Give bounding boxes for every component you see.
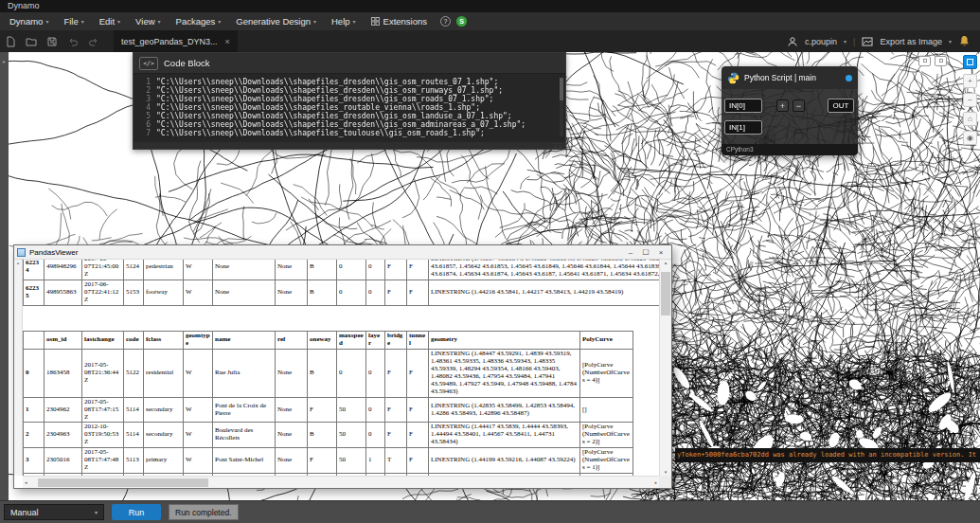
input-port-1[interactable]: IN[1] <box>724 120 762 135</box>
input-port-0[interactable]: IN[0] <box>724 99 762 113</box>
maximize-button[interactable]: ☐ <box>638 246 653 259</box>
table-cell: W <box>184 260 213 280</box>
menu-generative-design[interactable]: Generative Design▾ <box>228 12 324 30</box>
graph-view-icon[interactable] <box>918 56 931 66</box>
camera-export-icon[interactable] <box>935 56 947 66</box>
code-block-resize-handle[interactable]: ⋮⋮ <box>134 142 565 149</box>
table-row: 622344989482962017-06-07T21:45:00Z5124pe… <box>24 260 660 280</box>
user-icon <box>787 36 798 47</box>
zoom-fit-button[interactable]: ⌂ <box>963 112 977 126</box>
table-cell: 2017-05-08T21:36:44Z <box>82 349 124 397</box>
remove-input-button[interactable]: − <box>793 99 805 112</box>
tab-document[interactable]: test_geoPandas_DYN3... × <box>114 30 238 52</box>
menu-label: View <box>135 16 154 27</box>
menu-edit[interactable]: Edit▾ <box>92 12 128 30</box>
table-cell: F <box>407 280 429 305</box>
table-cell: LINESTRING (1.44417 43.5839, 1.4444 43.5… <box>429 423 580 448</box>
table-cell: 0 <box>366 349 385 397</box>
export-as-image[interactable]: Export as Image <box>880 37 942 46</box>
scroll-right-icon[interactable]: ▸ <box>654 479 657 485</box>
scroll-left-icon[interactable]: ◂ <box>25 479 27 485</box>
table-cell: F <box>385 280 407 305</box>
vertical-scrollbar[interactable]: ▴▾ <box>659 260 671 476</box>
zoom-in-button[interactable]: + <box>963 74 977 88</box>
table-cell: 2305016 <box>45 448 82 474</box>
table-cell: 50 <box>337 448 366 474</box>
help-info-icon[interactable]: ? <box>440 16 451 27</box>
zoom-out-button[interactable]: − <box>963 93 977 107</box>
export-image-icon <box>862 36 873 47</box>
menu-extensions[interactable]: Extensions <box>364 12 435 30</box>
python-engine-label[interactable]: CPython3 <box>722 144 858 155</box>
pandasviewer-window[interactable]: PandasViewer – ☐ × 622344989482962017-06… <box>13 244 672 489</box>
column-header: geomtype <box>184 331 213 349</box>
table-cell: F <box>308 397 337 423</box>
left-scroll-gutter[interactable]: ▴ <box>14 260 23 476</box>
column-header: PolyCurve <box>580 331 633 349</box>
table-row: 018634582017-05-08T21:36:44Z5122resident… <box>24 349 633 397</box>
table-cell: 50 <box>337 423 366 448</box>
chevron-down-icon: ▾ <box>844 38 846 45</box>
tab-close-icon[interactable]: × <box>225 37 230 46</box>
pandasviewer-title: PandasViewer <box>29 248 623 257</box>
output-port[interactable]: OUT <box>828 99 854 113</box>
chevron-down-icon: ▾ <box>45 18 48 25</box>
horizontal-scrollbar[interactable]: ◂ ▸ <box>23 476 659 488</box>
code-scrollbar[interactable] <box>560 78 563 136</box>
run-status: Run completed. <box>169 504 239 520</box>
open-folder-icon[interactable] <box>23 33 40 50</box>
code-block-editor[interactable]: 1"C:\\Users\\sneep\\Downloads\\shapefile… <box>134 74 565 142</box>
run-bar: Manual ▾ Run Run completed. <box>0 500 980 523</box>
new-file-icon[interactable] <box>2 33 19 50</box>
notification-bell-icon[interactable] <box>958 35 971 47</box>
table-cell: 1 <box>24 397 45 423</box>
minimize-button[interactable]: – <box>623 246 638 259</box>
close-button[interactable]: × <box>653 246 668 259</box>
menu-dynamo[interactable]: Dynamo▾ <box>2 12 56 30</box>
save-icon[interactable] <box>44 33 61 50</box>
menu-view[interactable]: View▾ <box>128 12 168 30</box>
menu-packages[interactable]: Packages▾ <box>169 12 229 30</box>
geometry-view-button[interactable] <box>963 55 977 69</box>
table-cell: 0 <box>24 349 45 397</box>
table-cell: 5114 <box>124 397 144 423</box>
orbit-button[interactable]: ◉ <box>963 131 977 145</box>
scrollbar-thumb[interactable] <box>38 478 208 487</box>
table-cell: 5114 <box>124 423 144 448</box>
python-node-header[interactable]: Python Script | main <box>722 66 858 89</box>
scrollbar-thumb[interactable] <box>661 272 670 316</box>
table-cell: F <box>407 397 429 423</box>
status-badge-icon[interactable]: S <box>456 16 467 27</box>
table-cell: W <box>184 349 213 397</box>
table-cell: None <box>276 423 308 448</box>
table-cell: B <box>308 423 337 448</box>
menubar: Dynamo▾File▾Edit▾View▾Packages▾Generativ… <box>0 12 980 30</box>
run-mode-select[interactable]: Manual ▾ <box>4 504 104 520</box>
code-block-node[interactable]: </> Code Block 1"C:\\Users\\sneep\\Downl… <box>133 52 566 150</box>
undo-icon[interactable] <box>64 33 81 50</box>
code-block-header[interactable]: </> Code Block <box>134 53 565 74</box>
code-line: 5"C:\\Users\\sneep\\Downloads\\shapefile… <box>137 112 556 120</box>
account-name[interactable]: c.poupin <box>805 37 837 46</box>
table-cell: None <box>276 397 308 423</box>
column-header: osm_id <box>45 331 82 349</box>
add-input-button[interactable]: + <box>776 99 789 112</box>
table-cell: 5113 <box>124 448 144 474</box>
redo-icon[interactable] <box>85 33 102 50</box>
table-cell: 0 <box>337 349 366 397</box>
library-collapsed-strip[interactable]: ▸ <box>0 52 9 500</box>
table-cell: None <box>276 260 308 280</box>
table-cell: None <box>276 448 308 474</box>
python-script-node[interactable]: Python Script | main IN[0] IN[1] + − OUT… <box>722 66 858 155</box>
table-cell: footway <box>144 280 184 305</box>
code-line: 2"C:\\Users\\sneep\\Downloads\\shapefile… <box>137 86 556 95</box>
menu-file[interactable]: File▾ <box>56 12 91 30</box>
run-button[interactable]: Run <box>112 504 161 520</box>
table-cell: 5153 <box>124 280 144 305</box>
dataframe-table-top: 622344989482962017-06-07T21:45:00Z5124pe… <box>23 260 659 306</box>
menu-help[interactable]: Help▾ <box>324 12 364 30</box>
table-viewport[interactable]: 622344989482962017-06-07T21:45:00Z5124pe… <box>23 260 659 476</box>
pandasviewer-titlebar[interactable]: PandasViewer – ☐ × <box>14 245 671 260</box>
table-cell: B <box>308 349 337 397</box>
table-cell: Pont Saint-Michel <box>213 448 276 474</box>
